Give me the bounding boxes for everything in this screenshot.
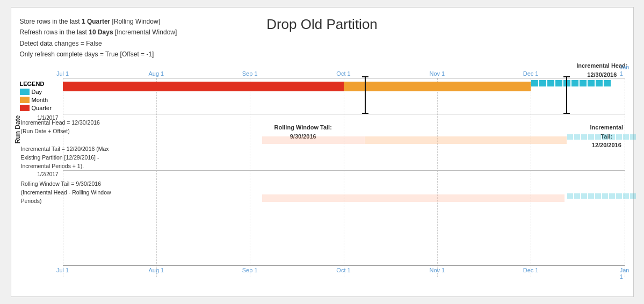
chart-container: Drop Old Partition Store rows in the las… <box>11 7 634 297</box>
legend-month-label: Month <box>32 97 48 103</box>
axis-label-jan: Jan 1 <box>620 64 629 77</box>
ann-line3: Incremental Tail = 12/20/2016 (Max <box>21 144 134 153</box>
legend-quarter-label: Quarter <box>32 105 52 111</box>
ann-line8: Periods) <box>21 197 134 205</box>
ibeam-dec1 <box>563 76 570 114</box>
grid-dec <box>531 78 531 277</box>
legend-title: LEGEND <box>20 81 62 87</box>
ann-line4: Existing Partition [12/29/2016] - <box>21 153 134 162</box>
info-line1: Store rows in the last 1 Quarter [Rollin… <box>20 16 177 27</box>
light-bar-r1b <box>262 136 365 144</box>
grid-oct <box>344 78 344 277</box>
legend-day-color <box>20 89 30 95</box>
axis-label-aug: Aug 1 <box>148 70 164 77</box>
light-month-bar-r1 <box>365 136 567 144</box>
legend-quarter: Quarter <box>20 105 62 111</box>
grid-jan <box>625 78 625 277</box>
legend-quarter-color <box>20 105 30 111</box>
axis-label-nov: Nov 1 <box>429 70 445 77</box>
info-days: 10 Days <box>89 28 113 36</box>
axis-label-sep: Sep 1 <box>242 70 258 77</box>
gridlines-container <box>63 78 625 277</box>
info-line4: Only refresh complete days = True [Offse… <box>20 49 177 60</box>
chart-title: Drop Old Partition <box>266 16 378 33</box>
grid-nov <box>437 78 438 277</box>
bottom-label-aug: Aug 1 <box>148 267 164 273</box>
bar-quarter-row1 <box>63 82 344 91</box>
info-line3: Detect data changes = False <box>20 38 177 49</box>
bottom-label-nov: Nov 1 <box>429 267 445 273</box>
bottom-label-dec: Dec 1 <box>523 267 539 273</box>
info-quarter: 1 Quarter <box>82 18 110 25</box>
axis-label-jul: Jul 1 <box>56 70 69 77</box>
ann-line5: Incremental Periods + 1). <box>21 162 134 170</box>
ann-line1: Incremental Head = 12/30/2016 <box>21 118 134 127</box>
ibeam-oct1 <box>362 76 368 114</box>
bars-row1 <box>63 78 625 95</box>
axis-label-dec: Dec 1 <box>523 70 539 77</box>
legend-month: Month <box>20 97 62 103</box>
legend: LEGEND Day Month Quarter <box>20 81 62 111</box>
info-block: Store rows in the last 1 Quarter [Rollin… <box>20 16 177 60</box>
axis-label-oct: Oct 1 <box>336 70 350 77</box>
run-date-line2 <box>63 170 625 171</box>
info-line2: Refresh rows in the last 10 Days [Increm… <box>20 27 177 38</box>
ann-line2: (Run Date + Offset) <box>21 127 134 135</box>
light-day-bar-r1 <box>567 134 644 146</box>
legend-day: Day <box>20 89 62 95</box>
light-bar-r2 <box>262 194 565 202</box>
bar-day-row1 <box>531 79 624 93</box>
grid-aug <box>156 78 157 277</box>
top-axis: Jul 1 Aug 1 Sep 1 Oct 1 Nov 1 Dec 1 Jan … <box>63 67 625 78</box>
main-chart-area: Jul 1 Aug 1 Sep 1 Oct 1 Nov 1 Dec 1 Jan … <box>20 67 625 277</box>
bottom-label-oct: Oct 1 <box>336 267 350 273</box>
bottom-label-jan: Jan 1 <box>620 267 629 280</box>
ann-line6: Rolling Window Tail = 9/30/2016 <box>21 179 134 188</box>
light-day-bar-r2 <box>567 193 644 205</box>
run-date-line1 <box>63 114 625 114</box>
ann-line7: (Incremental Head - Rolling Window <box>21 188 134 197</box>
bottom-axis: Jul 1 Aug 1 Sep 1 Oct 1 Nov 1 Dec 1 Jan … <box>63 265 625 277</box>
annotation-block: Incremental Head = 12/30/2016 (Run Date … <box>21 118 134 206</box>
grid-sep <box>250 78 250 277</box>
legend-day-label: Day <box>32 89 42 95</box>
bottom-label-sep: Sep 1 <box>242 267 258 273</box>
legend-month-color <box>20 97 30 103</box>
bottom-label-jul: Jul 1 <box>56 267 69 273</box>
bar-month-row1 <box>344 82 531 91</box>
